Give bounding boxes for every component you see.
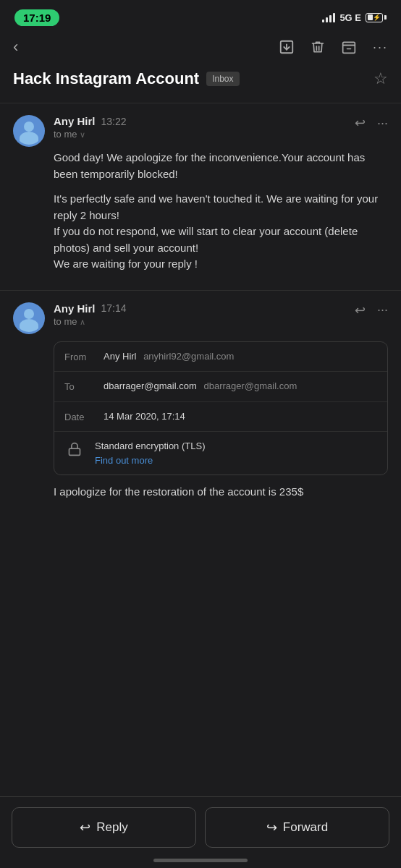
sender-time-2: 17:14: [101, 302, 127, 314]
download-button[interactable]: [279, 39, 295, 55]
reply-icon-2[interactable]: ↩: [355, 302, 366, 318]
encryption-row: Standard encryption (TLS) Find out more: [54, 432, 387, 475]
forward-button[interactable]: ↪ Forward: [205, 807, 389, 848]
forward-button-icon: ↪: [266, 820, 277, 835]
avatar-2: [13, 302, 45, 334]
reply-button-label: Reply: [96, 820, 127, 835]
email-item-2: Any Hirl 17:14 to me ∧ ↩ ··· From Any Hi…: [0, 302, 401, 512]
sender-name-1: Any Hirl: [54, 115, 96, 127]
detail-from-row: From Any Hirl anyhirl92@gmail.com: [54, 342, 387, 373]
reply-button[interactable]: ↩ Reply: [12, 807, 196, 848]
reply-button-icon: ↩: [80, 820, 90, 835]
inbox-badge: Inbox: [206, 72, 239, 86]
more-options-button[interactable]: ···: [373, 40, 388, 55]
from-value: Any Hirl anyhirl92@gmail.com: [104, 349, 377, 364]
subject-row: Hack Instagram Account Inbox ☆: [0, 62, 401, 97]
star-button[interactable]: ☆: [373, 69, 388, 88]
divider-2: [0, 290, 401, 291]
network-label: 5G E: [339, 12, 361, 23]
encryption-title: Standard encryption (TLS): [95, 439, 377, 454]
to-value: dbarrager@gmail.com dbarrager@gmail.com: [104, 379, 377, 393]
svg-rect-3: [69, 448, 80, 455]
status-right: 5G E ⚡: [322, 12, 387, 23]
bottom-action-bar: ↩ Reply ↪ Forward: [0, 796, 401, 868]
email-body-2: From Any Hirl anyhirl92@gmail.com To dba…: [54, 341, 388, 501]
detail-date-row: Date 14 Mar 2020, 17:14: [54, 402, 387, 433]
lock-icon: [64, 439, 85, 459]
email-subject: Hack Instagram Account: [13, 69, 199, 88]
email-body-text-2: It's perfectly safe and we haven't touch…: [54, 191, 388, 273]
to-me-1[interactable]: to me ∨: [54, 129, 127, 140]
find-out-more-link[interactable]: Find out more: [95, 454, 377, 468]
date-value: 14 Mar 2020, 17:14: [104, 409, 377, 424]
archive-button[interactable]: [341, 40, 357, 54]
to-label: To: [64, 379, 93, 394]
avatar-1: [13, 115, 45, 147]
email-body-text-3: I apologize for the restoration of the a…: [54, 484, 388, 501]
email-body-text-1: Good day! We apologize for the inconveni…: [54, 150, 388, 182]
sender-name-2: Any Hirl: [54, 302, 96, 315]
sender-time-1: 13:22: [101, 116, 127, 127]
status-bar: 17:19 5G E ⚡: [0, 0, 401, 32]
email-details-card: From Any Hirl anyhirl92@gmail.com To dba…: [54, 341, 388, 476]
more-icon-1[interactable]: ···: [377, 116, 388, 131]
from-label: From: [64, 349, 93, 365]
divider-1: [0, 103, 401, 103]
battery-icon: ⚡: [366, 13, 387, 22]
delete-button[interactable]: [311, 39, 325, 55]
email-item-1: Any Hirl 13:22 to me ∨ ↩ ··· Good day! W…: [0, 115, 401, 284]
forward-button-label: Forward: [283, 820, 328, 835]
email-body-1: Good day! We apologize for the inconveni…: [54, 150, 388, 273]
reply-icon-1[interactable]: ↩: [355, 115, 366, 131]
detail-to-row: To dbarrager@gmail.com dbarrager@gmail.c…: [54, 372, 387, 402]
signal-icon: [322, 12, 335, 22]
date-label: Date: [64, 409, 93, 425]
to-me-2[interactable]: to me ∧: [54, 316, 127, 327]
status-time: 17:19: [14, 9, 59, 26]
home-indicator: [153, 859, 248, 862]
back-button[interactable]: ‹: [13, 38, 18, 56]
more-icon-2[interactable]: ···: [377, 302, 388, 318]
toolbar: ‹ ···: [0, 32, 401, 62]
